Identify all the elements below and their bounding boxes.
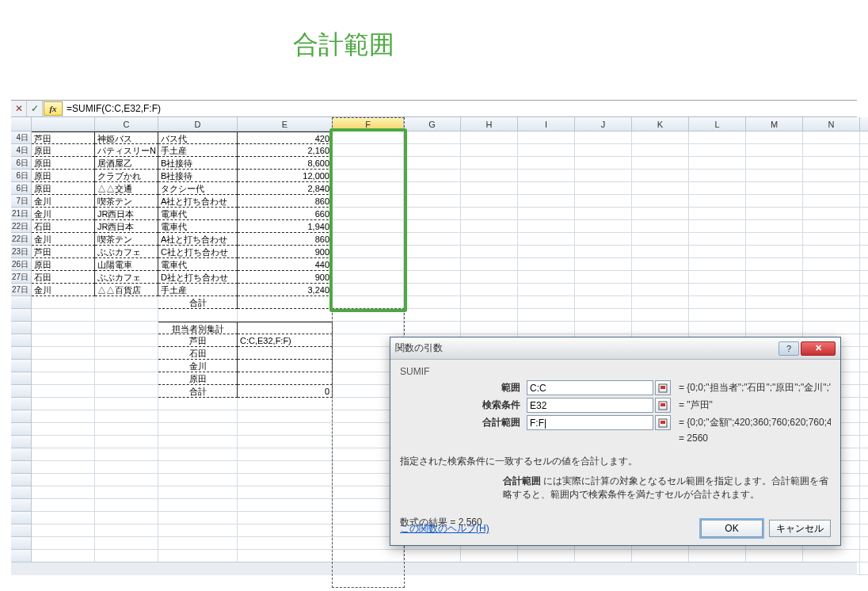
cell[interactable] <box>158 499 238 512</box>
cell[interactable] <box>461 144 518 157</box>
cell[interactable] <box>575 208 632 220</box>
cell[interactable] <box>461 157 518 170</box>
cell[interactable] <box>689 132 746 144</box>
cell[interactable] <box>632 271 689 284</box>
cell[interactable] <box>518 309 575 322</box>
cell[interactable]: 1,940 <box>238 220 333 233</box>
cell[interactable] <box>803 144 860 157</box>
cell[interactable] <box>860 157 868 170</box>
cell[interactable] <box>518 258 575 271</box>
cell[interactable]: 電車代 <box>158 208 238 220</box>
cell[interactable] <box>32 512 95 524</box>
cell[interactable]: クラブかれ <box>95 170 158 182</box>
cell[interactable] <box>158 398 238 410</box>
cell[interactable] <box>95 499 158 512</box>
cell[interactable]: 420 <box>238 132 333 144</box>
cell[interactable] <box>632 550 689 562</box>
column-header-N[interactable]: N <box>803 117 860 132</box>
cell[interactable] <box>803 296 860 309</box>
cell[interactable]: 石田 <box>32 220 95 233</box>
cell[interactable] <box>746 157 803 170</box>
cell[interactable] <box>333 246 404 258</box>
dialog-help-button[interactable]: ? <box>779 341 799 356</box>
collapse-dialog-icon[interactable] <box>655 415 671 430</box>
cell[interactable] <box>158 436 238 448</box>
cell[interactable] <box>746 144 803 157</box>
cell[interactable] <box>238 410 333 423</box>
cell[interactable] <box>575 309 632 322</box>
cell[interactable] <box>518 144 575 157</box>
cell[interactable] <box>575 284 632 296</box>
cell[interactable] <box>95 372 158 385</box>
cell[interactable] <box>461 296 518 309</box>
cell[interactable]: 合計 <box>158 385 238 398</box>
cell[interactable] <box>238 550 333 562</box>
cell[interactable] <box>746 195 803 208</box>
cell[interactable]: 芦田 <box>32 132 95 144</box>
cell[interactable]: B社接待 <box>158 157 238 170</box>
cell[interactable]: △△百貨店 <box>95 284 158 296</box>
cell[interactable] <box>860 347 868 360</box>
cell[interactable] <box>32 347 95 360</box>
cell[interactable] <box>860 385 868 398</box>
cell[interactable]: 喫茶テン <box>95 195 158 208</box>
cell[interactable] <box>689 233 746 246</box>
row-header[interactable] <box>11 372 32 385</box>
cell[interactable] <box>803 322 860 334</box>
column-header-M[interactable]: M <box>746 117 803 132</box>
cell[interactable]: D社と打ち合わせ <box>158 271 238 284</box>
cell[interactable] <box>803 284 860 296</box>
column-header-G[interactable]: G <box>404 117 461 132</box>
cell[interactable] <box>158 486 238 499</box>
cell[interactable] <box>404 182 461 195</box>
row-header[interactable]: 22日 <box>11 220 32 233</box>
cell[interactable] <box>518 170 575 182</box>
column-header-edge[interactable] <box>32 117 95 132</box>
cell[interactable] <box>333 208 404 220</box>
cell[interactable] <box>333 322 404 334</box>
cell[interactable] <box>746 258 803 271</box>
cell[interactable] <box>689 296 746 309</box>
cell[interactable] <box>860 195 868 208</box>
cell[interactable] <box>518 296 575 309</box>
cell[interactable] <box>860 448 868 461</box>
row-header[interactable]: 23日 <box>11 246 32 258</box>
cell[interactable] <box>158 309 238 322</box>
cell[interactable] <box>95 436 158 448</box>
cell[interactable] <box>860 246 868 258</box>
row-header[interactable] <box>11 524 32 537</box>
cell[interactable] <box>803 195 860 208</box>
cell[interactable] <box>95 410 158 423</box>
cell[interactable] <box>575 233 632 246</box>
cell[interactable] <box>518 157 575 170</box>
cell[interactable] <box>860 474 868 486</box>
cell[interactable] <box>333 220 404 233</box>
cell[interactable] <box>333 233 404 246</box>
cell[interactable] <box>575 144 632 157</box>
cell[interactable] <box>746 233 803 246</box>
cell[interactable] <box>632 246 689 258</box>
cell[interactable] <box>404 220 461 233</box>
column-header-H[interactable]: H <box>461 117 518 132</box>
row-header[interactable] <box>11 360 32 372</box>
column-header-F[interactable]: F <box>333 117 404 132</box>
cell[interactable] <box>333 258 404 271</box>
row-header[interactable] <box>11 398 32 410</box>
cell[interactable] <box>238 512 333 524</box>
row-header[interactable] <box>11 410 32 423</box>
cell[interactable] <box>404 550 461 562</box>
cell[interactable] <box>238 499 333 512</box>
cell[interactable] <box>158 550 238 562</box>
cell[interactable] <box>518 271 575 284</box>
cell[interactable] <box>689 258 746 271</box>
cell[interactable] <box>689 220 746 233</box>
cell[interactable] <box>803 208 860 220</box>
cell[interactable] <box>860 512 868 524</box>
row-header[interactable] <box>11 474 32 486</box>
cell[interactable] <box>860 423 868 436</box>
row-header[interactable]: 21日 <box>11 208 32 220</box>
collapse-dialog-icon[interactable] <box>655 380 671 395</box>
dialog-titlebar[interactable]: 関数の引数 ? ✕ <box>390 337 840 360</box>
cell[interactable]: 金川 <box>32 208 95 220</box>
cell[interactable] <box>803 246 860 258</box>
